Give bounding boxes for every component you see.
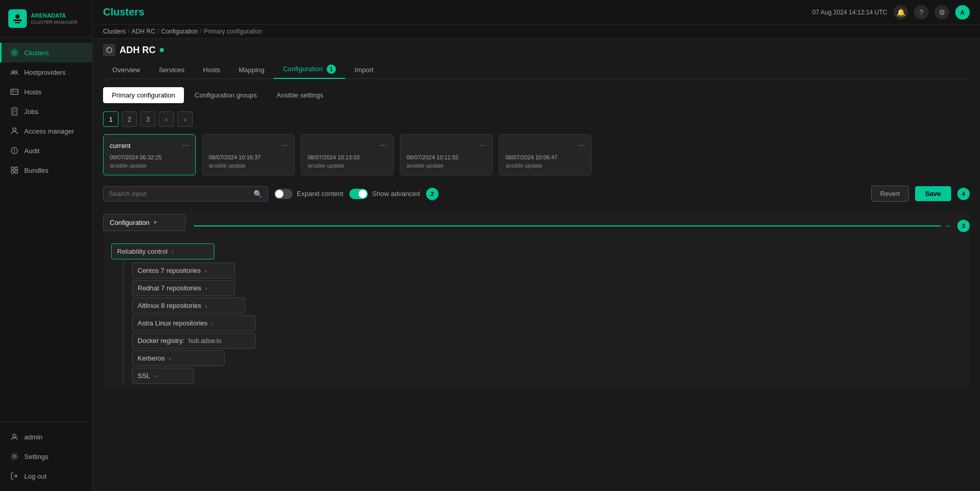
configuration-badge: 1	[327, 64, 336, 74]
expand-toggle[interactable]	[274, 189, 293, 199]
gear-icon[interactable]: ⚙	[935, 5, 949, 20]
config-cards: current ··· 09/07/2024 06:32:25 ansible …	[103, 134, 970, 175]
sub-tab-primary[interactable]: Primary configuration	[103, 87, 184, 103]
sub-tabs: Primary configuration Configuration grou…	[103, 87, 970, 103]
svg-rect-20	[11, 171, 14, 173]
tree-item-docker-value: hub.adsw.io	[189, 337, 221, 345]
sidebar-nav: Clusters Hostproviders Host	[0, 38, 92, 421]
page-prev-btn[interactable]: ‹	[159, 111, 174, 127]
svg-rect-1	[13, 20, 22, 21]
advanced-toggle-knob	[359, 190, 367, 198]
arrow-line	[194, 225, 941, 226]
svg-point-5	[12, 71, 14, 73]
content-area: Primary configuration Configuration grou…	[93, 79, 980, 491]
tab-services[interactable]: Services	[149, 62, 194, 79]
chevron-right-icon: ›	[172, 249, 174, 255]
card2-date: 08/07/2024 10:16:37	[209, 154, 288, 160]
tab-hosts[interactable]: Hosts	[194, 62, 229, 79]
logo-icon	[8, 9, 27, 28]
config-card-4[interactable]: ··· 08/07/2024 10:11:55 ansible update	[400, 134, 493, 175]
sidebar-item-jobs[interactable]: Jobs	[0, 102, 92, 121]
sidebar-item-bundles[interactable]: Bundles	[0, 160, 92, 180]
card5-menu[interactable]: ···	[578, 141, 585, 150]
help-icon[interactable]: ?	[914, 5, 928, 20]
sidebar-item-admin[interactable]: admin	[0, 427, 92, 447]
config-dropdown[interactable]: Configuration ▼	[103, 214, 185, 231]
tree-item-docker[interactable]: Docker registry: hub.adsw.io	[132, 333, 256, 349]
admin-icon	[10, 432, 19, 441]
logo-sub: CLUSTER MANAGER	[31, 20, 77, 25]
tree-item-redhat7[interactable]: Redhat 7 repositories ›	[132, 280, 235, 296]
svg-rect-21	[15, 171, 18, 173]
sidebar-item-hostproviders[interactable]: Hostproviders	[0, 62, 92, 82]
save-button[interactable]: Save	[915, 186, 951, 201]
tab-configuration[interactable]: Configuration 1	[274, 60, 345, 79]
config-section: Configuration ▼ ← 3 Reliability control …	[103, 210, 970, 389]
tree-item-reliability[interactable]: Reliability control ›	[111, 243, 214, 259]
sidebar-item-logout[interactable]: Log out	[0, 466, 92, 486]
sidebar-item-admin-label: admin	[24, 433, 42, 441]
tree-item-astra[interactable]: Astra Linux repositories ›	[132, 315, 256, 331]
card3-desc: ansible update	[308, 162, 387, 169]
tab-overview[interactable]: Overview	[103, 62, 149, 79]
tree-item-kerberos[interactable]: Kerberos ›	[132, 350, 225, 366]
tree-item-altlinux8[interactable]: Altlinux 8 repositories ›	[132, 298, 245, 314]
tab-import[interactable]: Import	[345, 62, 383, 79]
page-next-btn[interactable]: ›	[177, 111, 193, 127]
tree-item-redhat7-label: Redhat 7 repositories	[138, 284, 201, 292]
card3-menu[interactable]: ···	[380, 141, 387, 150]
hostproviders-icon	[10, 68, 19, 77]
tree-item-ssl[interactable]: SSL ›	[132, 368, 194, 384]
sidebar-item-jobs-label: Jobs	[24, 108, 38, 116]
advanced-toggle[interactable]	[349, 189, 368, 199]
card-current-menu[interactable]: ···	[182, 141, 189, 150]
hosts-icon	[10, 87, 19, 96]
sub-tab-ansible[interactable]: Ansible settings	[268, 87, 332, 103]
tab-mapping[interactable]: Mapping	[229, 62, 274, 79]
expand-toggle-knob	[275, 190, 283, 198]
breadcrumb-configuration[interactable]: Configuration	[161, 28, 198, 35]
sidebar-item-settings[interactable]: Settings	[0, 447, 92, 466]
config-card-2[interactable]: ··· 08/07/2024 10:16:37 ansible update	[202, 134, 295, 175]
card5-date: 08/07/2024 10:06:47	[505, 154, 585, 160]
logo: ARENADATA CLUSTER MANAGER	[0, 0, 92, 38]
sub-tab-groups[interactable]: Configuration groups	[186, 87, 266, 103]
card4-menu[interactable]: ···	[479, 141, 486, 150]
tree-item-kerberos-label: Kerberos	[138, 354, 165, 362]
svg-rect-18	[11, 167, 14, 170]
advanced-label: Show advanced	[372, 190, 420, 198]
config-card-3[interactable]: ··· 08/07/2024 10:13:03 ansible update	[301, 134, 394, 175]
page-title: Clusters	[103, 6, 144, 18]
notifications-icon[interactable]: 🔔	[893, 5, 908, 20]
chevron-right-icon-7: ›	[155, 373, 157, 379]
tree-item-reliability-label: Reliability control	[117, 248, 167, 255]
config-card-5[interactable]: ··· 08/07/2024 10:06:47 ansible update	[499, 134, 592, 175]
config-card-current[interactable]: current ··· 09/07/2024 06:32:25 ansible …	[103, 134, 196, 175]
chevron-right-icon-6: ›	[169, 355, 171, 362]
page-2-btn[interactable]: 2	[122, 111, 137, 127]
tree-item-docker-label: Docker registry:	[138, 337, 184, 345]
svg-point-6	[15, 71, 17, 73]
revert-button[interactable]: Revert	[871, 186, 908, 202]
breadcrumb-clusters[interactable]: Clusters	[103, 28, 126, 35]
sidebar-item-clusters[interactable]: Clusters	[0, 43, 92, 62]
card5-desc: ansible update	[505, 162, 585, 169]
svg-point-22	[13, 434, 16, 437]
user-avatar[interactable]: A	[955, 5, 970, 20]
sidebar-item-bundles-label: Bundles	[24, 167, 48, 174]
settings-icon	[10, 452, 19, 461]
search-input[interactable]	[109, 190, 249, 198]
tree-item-ssl-label: SSL	[138, 372, 150, 380]
tree-item-centos7[interactable]: Centos 7 repositories ›	[132, 263, 235, 279]
page-1-btn[interactable]: 1	[103, 111, 119, 127]
sidebar-item-audit[interactable]: Audit	[0, 141, 92, 160]
sidebar-item-hostproviders-label: Hostproviders	[24, 69, 65, 76]
page-3-btn[interactable]: 3	[140, 111, 156, 127]
step3-badge: 3	[957, 220, 970, 232]
breadcrumb-adh-rc[interactable]: ADH RC	[131, 28, 155, 35]
sidebar-item-access-manager[interactable]: Access manager	[0, 121, 92, 141]
sidebar-item-hosts[interactable]: Hosts	[0, 82, 92, 102]
card2-menu[interactable]: ···	[281, 141, 288, 150]
card3-date: 08/07/2024 10:13:03	[308, 154, 387, 160]
access-manager-icon	[10, 126, 19, 136]
